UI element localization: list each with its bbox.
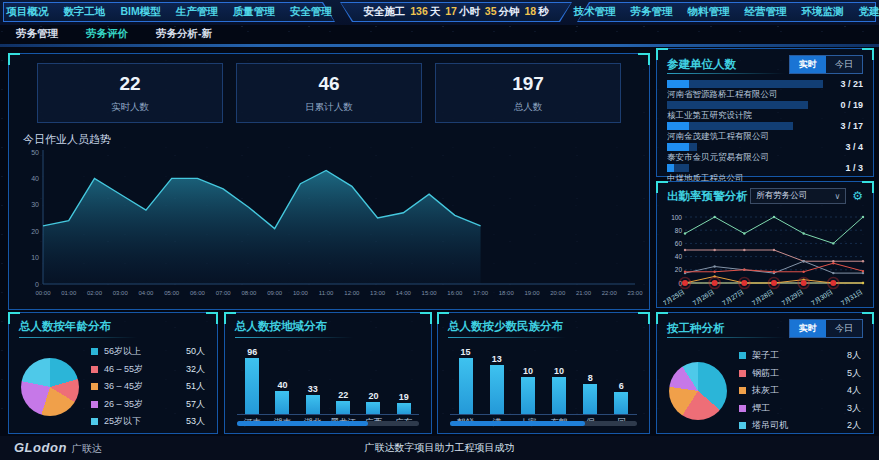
legend-row[interactable]: 焊工3人	[739, 402, 861, 415]
company-ratio: 3 / 17	[840, 121, 863, 131]
age-legend: 56岁以上50人46 – 55岁32人36 – 45岁51人26 – 35岁57…	[91, 345, 205, 428]
bar-rect	[397, 403, 411, 414]
svg-text:22:00: 22:00	[602, 290, 618, 296]
bar-column[interactable]: 13	[490, 343, 504, 414]
top-nav-item[interactable]: 物料管理	[688, 5, 730, 19]
top-nav-item[interactable]: 生产管理	[176, 5, 218, 19]
legend-row[interactable]: 钢筋工5人	[739, 367, 861, 380]
top-nav-item[interactable]: 经营管理	[745, 5, 787, 19]
title-underline	[667, 337, 785, 338]
sub-nav-divider	[0, 44, 879, 47]
participating-units-panel: 参建单位人数 实时今日 3 / 21河南省智源路桥工程有限公司0 / 19核工业…	[656, 48, 874, 177]
top-nav-item[interactable]: 劳务管理	[631, 5, 673, 19]
bar-column[interactable]: 6	[614, 343, 628, 414]
toggle-今日[interactable]: 今日	[826, 56, 862, 73]
svg-text:7月27日: 7月27日	[721, 288, 745, 307]
legend-value: 8人	[847, 349, 861, 362]
legend-row[interactable]: 46 – 55岁32人	[91, 363, 205, 376]
company-total-bar	[667, 143, 697, 151]
bar-value: 33	[308, 384, 318, 394]
legend-value: 53人	[186, 415, 205, 428]
svg-text:20: 20	[675, 266, 683, 273]
svg-text:60: 60	[675, 240, 683, 247]
bar-column[interactable]: 33	[306, 343, 320, 414]
top-nav-item[interactable]: 环境监测	[802, 5, 844, 19]
toggle-今日[interactable]: 今日	[826, 320, 862, 337]
sub-tab[interactable]: 劳务评价	[86, 27, 128, 41]
bar-rect	[552, 377, 566, 414]
bar-column[interactable]: 15	[459, 343, 473, 414]
sub-tab[interactable]: 劳务管理	[16, 27, 58, 41]
gear-icon[interactable]: ⚙	[852, 190, 863, 202]
overview-panel: 22实时人数46日累计人数197总人数 今日作业人员趋势 01020304050…	[8, 53, 650, 310]
svg-text:14:00: 14:00	[396, 290, 412, 296]
legend-label: 钢筋工	[752, 367, 847, 380]
toggle-实时[interactable]: 实时	[790, 320, 826, 337]
company-name: 河南金茂建筑工程有限公司	[667, 131, 863, 141]
units-toggle: 实时今日	[789, 55, 863, 74]
bar-value: 13	[492, 354, 502, 364]
legend-row[interactable]: 36 – 45岁51人	[91, 380, 205, 393]
bar-column[interactable]: 10	[521, 343, 535, 414]
panel-title: 总人数按少数民族分布	[448, 319, 563, 334]
bar-rect	[521, 377, 535, 414]
toggle-实时[interactable]: 实时	[790, 56, 826, 73]
sub-tab[interactable]: 劳务分析-新	[156, 27, 212, 41]
top-nav-item[interactable]: 安全管理	[290, 5, 332, 19]
legend-row[interactable]: 25岁以下53人	[91, 415, 205, 428]
svg-text:13:00: 13:00	[370, 290, 386, 296]
bar-column[interactable]: 22	[336, 343, 350, 414]
company-row: 3 / 21河南省智源路桥工程有限公司	[667, 79, 863, 100]
bar-column[interactable]: 20	[366, 343, 380, 414]
top-nav-item[interactable]: 技术管理	[574, 5, 616, 19]
company-current-bar	[667, 143, 689, 151]
labor-company-dropdown[interactable]: 所有劳务公司 ∨	[750, 188, 846, 204]
legend-swatch	[91, 366, 98, 373]
bar-column[interactable]: 96	[245, 343, 259, 414]
bar-column[interactable]: 19	[397, 343, 411, 414]
legend-row[interactable]: 56岁以上50人	[91, 345, 205, 358]
top-nav-item[interactable]: 项目概况	[6, 5, 48, 19]
stat-cards: 22实时人数46日累计人数197总人数	[9, 54, 649, 123]
stat-card: 46日累计人数	[236, 63, 422, 123]
legend-row[interactable]: 塔吊司机2人	[739, 419, 861, 432]
svg-text:06:00: 06:00	[190, 290, 206, 296]
svg-text:100: 100	[671, 214, 682, 221]
company-total-bar	[667, 80, 823, 88]
top-nav-item[interactable]: 质量管理	[233, 5, 275, 19]
svg-text:20:00: 20:00	[550, 290, 566, 296]
region-scrollbar[interactable]	[237, 421, 419, 426]
company-ratio: 1 / 3	[845, 163, 863, 173]
svg-text:08:00: 08:00	[241, 290, 257, 296]
trend-area-chart: 0102030405000:0001:0002:0003:0004:0005:0…	[17, 144, 643, 304]
svg-text:18:00: 18:00	[499, 290, 515, 296]
footer-slogan: 广联达数字项目助力工程项目成功	[0, 441, 879, 455]
panel-title: 参建单位人数	[667, 57, 736, 72]
top-nav-item[interactable]: 数字工地	[63, 5, 105, 19]
bar-column[interactable]: 10	[552, 343, 566, 414]
svg-text:7月26日: 7月26日	[691, 288, 715, 307]
legend-label: 塔吊司机	[752, 419, 847, 432]
stat-value: 197	[512, 73, 544, 95]
bar-column[interactable]: 40	[275, 343, 289, 414]
bar-rect	[366, 402, 380, 414]
svg-text:16:00: 16:00	[447, 290, 463, 296]
stat-value: 22	[119, 73, 140, 95]
company-total-bar	[667, 101, 808, 109]
svg-text:15:00: 15:00	[422, 290, 438, 296]
svg-text:30: 30	[31, 201, 39, 208]
svg-text:7月28日: 7月28日	[751, 288, 775, 307]
ethnic-scrollbar[interactable]	[450, 421, 637, 426]
legend-row[interactable]: 架子工8人	[739, 349, 861, 362]
legend-row[interactable]: 抹灰工4人	[739, 384, 861, 397]
bar-column[interactable]: 8	[583, 343, 597, 414]
svg-text:7月29日: 7月29日	[780, 288, 804, 307]
bar-value: 96	[247, 347, 257, 357]
legend-row[interactable]: 26 – 35岁57人	[91, 398, 205, 411]
svg-text:40: 40	[31, 175, 39, 182]
top-nav-item[interactable]: 党建	[859, 5, 879, 19]
top-nav-item[interactable]: BIM模型	[120, 5, 160, 19]
legend-label: 56岁以上	[104, 345, 186, 358]
sub-nav: 劳务管理劳务评价劳务分析-新	[16, 27, 212, 41]
svg-text:12:00: 12:00	[344, 290, 360, 296]
